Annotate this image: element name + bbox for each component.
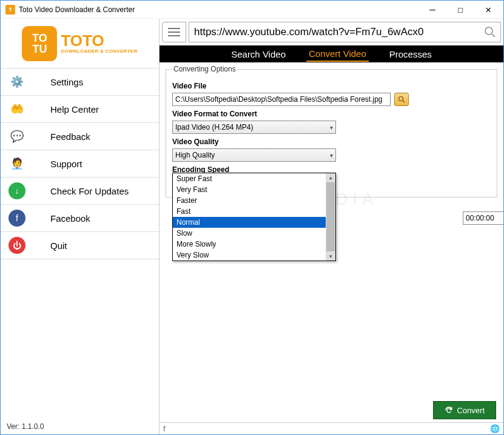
video-file-input[interactable]: [172, 93, 391, 106]
dropdown-option-slow[interactable]: Slow: [173, 228, 326, 239]
facebook-icon: f: [8, 209, 26, 227]
status-bar: f 🌐: [160, 422, 503, 434]
sidebar-item-label: Feedback: [38, 131, 159, 142]
logo-icon: TO TU: [22, 26, 57, 61]
version-label: Ver: 1.1.0.0: [1, 419, 159, 434]
gear-icon: ⚙️: [8, 73, 26, 91]
logo-subtitle: DOWNLOADER & CONVERTER: [61, 48, 137, 54]
video-quality-select[interactable]: High Quality: [172, 148, 336, 162]
dropdown-option-very-slow[interactable]: Very Slow: [173, 250, 326, 261]
heart-hands-icon: 🤲: [8, 100, 26, 118]
url-input[interactable]: [189, 26, 480, 38]
refresh-icon: [445, 406, 453, 414]
search-icon: [484, 26, 496, 38]
video-file-label: Video File: [172, 82, 491, 90]
body: TO TU TOTO DOWNLOADER & CONVERTER ⚙️ Set…: [1, 19, 503, 434]
sidebar-item-label: Check For Updates: [38, 186, 159, 196]
sidebar: TO TU TOTO DOWNLOADER & CONVERTER ⚙️ Set…: [1, 19, 160, 434]
dropdown-option-super-fast[interactable]: Super Fast: [173, 173, 326, 184]
bottom-bar: Convert: [160, 398, 503, 422]
browse-button[interactable]: [394, 93, 409, 106]
app-window: T Toto Video Downloader & Converter — ☐ …: [0, 0, 504, 435]
video-quality-label: Video Quality: [172, 138, 491, 146]
globe-icon[interactable]: 🌐: [490, 424, 500, 433]
dropdown-option-very-fast[interactable]: Very Fast: [173, 184, 326, 195]
sidebar-item-facebook[interactable]: f Facebook: [1, 205, 159, 232]
video-format-select[interactable]: Ipad Video (H.264 MP4): [172, 121, 336, 134]
time-input[interactable]: [463, 211, 503, 225]
dropdown-scrollbar[interactable]: ▴ ▾: [326, 173, 335, 261]
sidebar-item-help-center[interactable]: 🤲 Help Center: [1, 96, 159, 123]
sidebar-item-label: Quit: [38, 241, 159, 251]
url-box: [189, 22, 501, 42]
svg-point-0: [485, 27, 492, 35]
convert-button[interactable]: Convert: [433, 401, 496, 419]
support-icon: 🧑‍💼: [8, 154, 26, 173]
sidebar-item-feedback[interactable]: 💬 Feedback: [1, 123, 159, 150]
scroll-thumb[interactable]: [326, 182, 335, 251]
video-format-label: Video Format to Convert: [172, 110, 491, 118]
tab-convert-video[interactable]: Convert Video: [306, 47, 369, 62]
dropdown-option-more-slowly[interactable]: More Slowly: [173, 239, 326, 250]
logo-brand: TOTO: [61, 33, 137, 48]
group-legend: Converting Options: [172, 65, 237, 73]
sidebar-item-label: Help Center: [38, 104, 159, 115]
url-bar-row: [160, 19, 503, 45]
scroll-up-icon[interactable]: ▴: [326, 173, 335, 182]
scroll-down-icon[interactable]: ▾: [326, 252, 335, 261]
dropdown-option-fast[interactable]: Fast: [173, 206, 326, 217]
svg-line-1: [492, 34, 495, 37]
dropdown-option-normal[interactable]: Normal: [173, 217, 326, 228]
sidebar-item-support[interactable]: 🧑‍💼 Support: [1, 150, 159, 178]
encoding-speed-dropdown: Super Fast Very Fast Faster Fast Normal …: [172, 173, 336, 261]
svg-point-2: [399, 97, 403, 101]
sidebar-item-label: Settings: [38, 77, 159, 87]
window-title: Toto Video Downloader & Converter: [19, 5, 418, 14]
hamburger-menu-button[interactable]: [162, 22, 186, 42]
sidebar-item-label: Support: [38, 159, 159, 169]
main-tabs: Search Video Convert Video Processes: [160, 45, 503, 62]
chat-icon: 💬: [8, 127, 26, 145]
logo: TO TU TOTO DOWNLOADER & CONVERTER: [1, 19, 159, 68]
search-button[interactable]: [480, 22, 500, 42]
dropdown-option-faster[interactable]: Faster: [173, 195, 326, 206]
download-icon: ↓: [8, 182, 26, 200]
sidebar-item-label: Facebook: [38, 213, 159, 224]
minimize-button[interactable]: —: [418, 1, 446, 19]
search-icon: [398, 96, 405, 103]
sidebar-item-updates[interactable]: ↓ Check For Updates: [1, 178, 159, 205]
close-button[interactable]: ✕: [474, 1, 502, 19]
sidebar-item-settings[interactable]: ⚙️ Settings: [1, 68, 159, 96]
power-icon: ⏻: [8, 236, 26, 254]
maximize-button[interactable]: ☐: [446, 1, 474, 19]
main-panel: Search Video Convert Video Processes SOF…: [160, 19, 503, 434]
svg-line-3: [403, 101, 405, 102]
titlebar: T Toto Video Downloader & Converter — ☐ …: [1, 1, 503, 19]
tab-search-video[interactable]: Search Video: [229, 47, 288, 61]
tab-processes[interactable]: Processes: [387, 47, 434, 61]
content-area: SOFTPEDIA Converting Options Video File …: [160, 62, 503, 398]
sidebar-item-quit[interactable]: ⏻ Quit: [1, 232, 159, 259]
app-icon: T: [5, 5, 15, 15]
facebook-status-icon[interactable]: f: [163, 424, 166, 433]
